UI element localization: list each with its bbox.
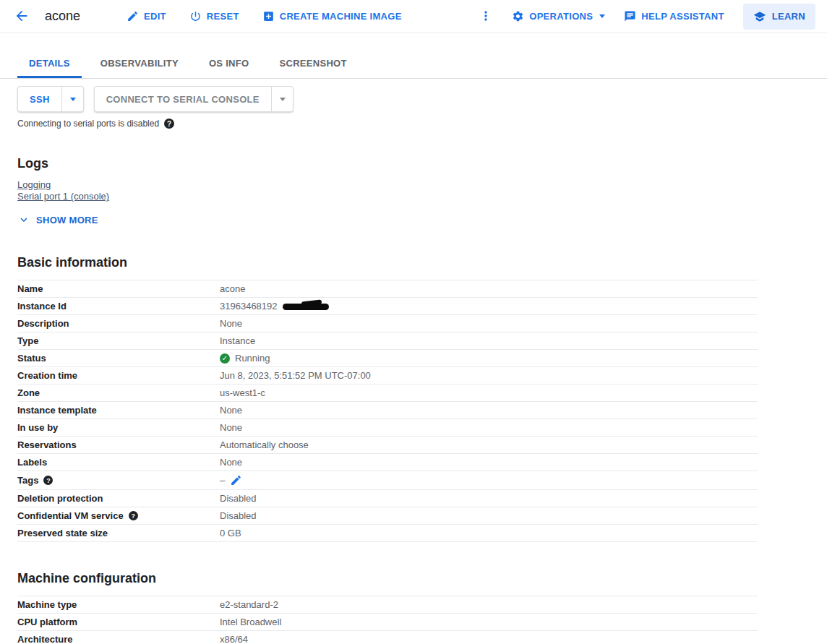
operations-label: OPERATIONS [529, 11, 593, 22]
basic-information-heading: Basic information [17, 255, 827, 270]
connect-serial-console-button[interactable]: CONNECT TO SERIAL CONSOLE [95, 87, 271, 111]
row-value-text: None [220, 405, 242, 416]
reset-button[interactable]: RESET [189, 10, 239, 22]
show-more-label: SHOW MORE [36, 215, 98, 226]
row-label: Description [17, 318, 220, 329]
learn-button[interactable]: LEARN [743, 4, 815, 30]
create-machine-image-button[interactable]: CREATE MACHINE IMAGE [262, 10, 402, 22]
machine-configuration-table: Machine typee2-standard-2CPU platformInt… [17, 596, 758, 644]
row-label: Zone [17, 387, 220, 398]
row-label: Confidential VM service? [17, 510, 220, 521]
row-value: acone [220, 283, 245, 294]
basic-information-table: NameaconeInstance Id31963468192Descripti… [17, 280, 758, 542]
chevron-down-icon [17, 213, 30, 226]
row-value: – [220, 474, 242, 486]
table-row: In use byNone [17, 419, 758, 437]
tab-screenshot[interactable]: SCREENSHOT [267, 51, 358, 78]
tab-observability[interactable]: OBSERVABILITY [89, 51, 190, 78]
table-row: Instance templateNone [17, 402, 758, 419]
main-content: SSH CONNECT TO SERIAL CONSOLE Connecting… [0, 79, 827, 644]
row-value-text: None [220, 422, 242, 433]
table-row: Tags?– [17, 471, 758, 490]
ssh-button-group: SSH [17, 86, 84, 112]
chevron-down-icon [70, 98, 76, 101]
redaction-mark [283, 304, 329, 310]
row-value: Disabled [220, 510, 257, 521]
help-assistant-button[interactable]: HELP ASSISTANT [624, 10, 724, 22]
table-row: CPU platformIntel Broadwell [17, 614, 758, 631]
app-header: acone EDIT RESET CREATE MACHINE IMAGE [0, 0, 827, 33]
row-label: CPU platform [17, 617, 220, 627]
row-value: None [220, 422, 242, 433]
tab-bar: DETAILSOBSERVABILITYOS INFOSCREENSHOT [0, 51, 827, 79]
row-label: Tags? [17, 475, 220, 486]
ssh-dropdown-button[interactable] [61, 87, 83, 111]
learn-label: LEARN [772, 11, 805, 22]
row-value: None [220, 405, 242, 416]
row-value-text: Instance [220, 335, 255, 346]
chat-icon [624, 10, 636, 22]
row-value-text: Automatically choose [220, 439, 309, 450]
log-links: LoggingSerial port 1 (console) [17, 179, 827, 202]
row-value-text: e2-standard-2 [220, 599, 278, 610]
help-icon[interactable]: ? [164, 119, 174, 129]
row-label: Name [17, 283, 220, 294]
row-label: Machine type [17, 599, 220, 610]
operations-menu-button[interactable]: OPERATIONS [512, 10, 605, 22]
graduation-cap-icon [753, 10, 766, 23]
row-value-text: 0 GB [220, 528, 241, 538]
log-link[interactable]: Logging [17, 179, 51, 190]
tab-details[interactable]: DETAILS [17, 51, 82, 78]
table-row: Confidential VM service?Disabled [17, 507, 758, 525]
edit-pencil-icon[interactable] [230, 474, 242, 486]
serial-port-note: Connecting to serial ports is disabled ? [17, 119, 827, 129]
row-value: 31963468192 [220, 301, 329, 312]
row-label: Deletion protection [17, 493, 220, 504]
row-label: Labels [17, 457, 220, 468]
edit-button[interactable]: EDIT [127, 10, 166, 22]
row-value-text: us-west1-c [220, 387, 265, 398]
row-value-text: None [220, 318, 242, 329]
row-label: In use by [17, 422, 220, 433]
chevron-down-icon [280, 98, 286, 101]
table-row: TypeInstance [17, 332, 758, 350]
row-value-text: Disabled [220, 510, 257, 521]
table-row: Architecturex86/64 [17, 631, 758, 644]
row-value: Instance [220, 335, 255, 346]
row-value-text: x86/64 [220, 634, 248, 644]
help-icon[interactable]: ? [43, 476, 53, 485]
row-value: us-west1-c [220, 387, 265, 398]
table-row: Creation timeJun 8, 2023, 5:51:52 PM UTC… [17, 367, 758, 385]
serial-console-dropdown-button[interactable] [271, 87, 293, 111]
back-button[interactable] [13, 8, 30, 25]
pencil-icon [127, 10, 139, 22]
page-title: acone [45, 9, 80, 24]
row-value: Jun 8, 2023, 5:51:52 PM UTC-07:00 [220, 370, 371, 381]
ssh-button[interactable]: SSH [18, 87, 61, 111]
help-icon[interactable]: ? [129, 511, 138, 520]
row-value-text: acone [220, 283, 245, 294]
row-value-text: 31963468192 [220, 301, 278, 312]
row-label: Instance Id [17, 301, 220, 312]
header-actions: EDIT RESET CREATE MACHINE IMAGE [127, 10, 402, 22]
log-link[interactable]: Serial port 1 (console) [17, 191, 109, 202]
row-value: Intel Broadwell [220, 617, 281, 627]
row-label: Preserved state size [17, 528, 220, 538]
row-value-text: – [220, 475, 225, 486]
row-value: e2-standard-2 [220, 599, 278, 610]
table-row: Machine typee2-standard-2 [17, 596, 758, 614]
operations-icon [512, 10, 524, 22]
chevron-down-icon [599, 14, 605, 18]
row-label: Type [17, 335, 220, 346]
row-value-text: Intel Broadwell [220, 617, 281, 627]
show-more-button[interactable]: SHOW MORE [17, 213, 98, 226]
table-row: LabelsNone [17, 454, 758, 471]
more-vert-icon[interactable] [479, 9, 493, 25]
serial-port-note-text: Connecting to serial ports is disabled [17, 119, 159, 129]
row-value: None [220, 318, 242, 329]
table-row: Zoneus-west1-c [17, 385, 758, 402]
row-value-text: Jun 8, 2023, 5:51:52 PM UTC-07:00 [220, 370, 371, 381]
create-machine-image-label: CREATE MACHINE IMAGE [280, 11, 402, 22]
tab-os-info[interactable]: OS INFO [197, 51, 261, 78]
row-value: None [220, 457, 242, 468]
